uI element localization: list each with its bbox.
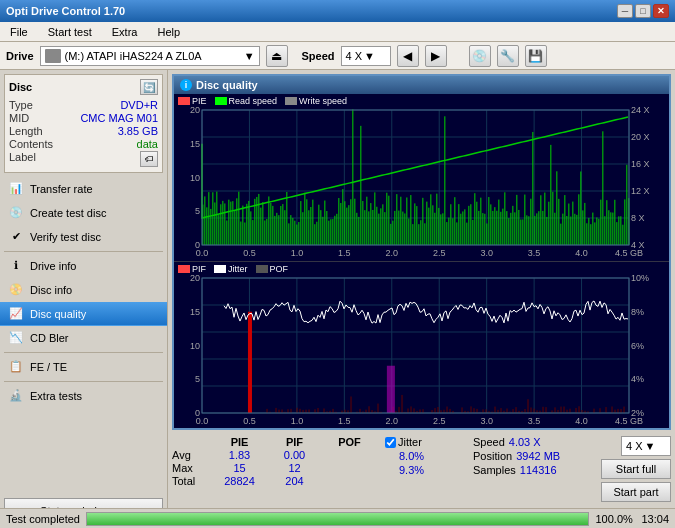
speed-select-row: 4 X ▼ bbox=[621, 436, 671, 456]
sidebar-item-disc-quality[interactable]: 📈 Disc quality bbox=[0, 302, 167, 326]
speed-result-label: Speed bbox=[473, 436, 505, 448]
disc-panel-header: Disc 🔄 bbox=[9, 79, 158, 95]
disc-quality-icon: 📈 bbox=[8, 306, 24, 322]
speed-arrow: ▼ bbox=[364, 50, 375, 62]
disc-type-value: DVD+R bbox=[120, 99, 158, 111]
legend-jitter-color bbox=[214, 265, 226, 273]
menu-bar: File Start test Extra Help bbox=[0, 22, 675, 42]
speed-result-value: 4.03 X bbox=[509, 436, 541, 448]
stats-max-pie: 15 bbox=[212, 462, 267, 474]
minimize-button[interactable]: ─ bbox=[617, 4, 633, 18]
menu-file[interactable]: File bbox=[4, 25, 34, 39]
disc-type-row: Type DVD+R bbox=[9, 99, 158, 111]
nav-section: 📊 Transfer rate 💿 Create test disc ✔ Ver… bbox=[0, 177, 167, 494]
stats-max-row: Max 15 12 bbox=[172, 462, 377, 474]
sidebar-item-verify-test-disc[interactable]: ✔ Verify test disc bbox=[0, 225, 167, 249]
menu-extra[interactable]: Extra bbox=[106, 25, 144, 39]
transfer-rate-label: Transfer rate bbox=[30, 183, 93, 195]
extra-tests-label: Extra tests bbox=[30, 390, 82, 402]
cd-bler-icon: 📉 bbox=[8, 330, 24, 346]
legend-pie-label: PIE bbox=[192, 96, 207, 106]
menu-help[interactable]: Help bbox=[151, 25, 186, 39]
save-button[interactable]: 💾 bbox=[525, 45, 547, 67]
stats-avg-pie: 1.83 bbox=[212, 449, 267, 461]
chart1-legend: PIE Read speed Write speed bbox=[178, 96, 347, 106]
sidebar-item-transfer-rate[interactable]: 📊 Transfer rate bbox=[0, 177, 167, 201]
nav-separator-3 bbox=[4, 381, 163, 382]
jitter-max: 9.3% bbox=[385, 464, 465, 476]
bottom-bar: Test completed 100.0% 13:04 bbox=[0, 508, 675, 528]
sidebar-item-disc-info[interactable]: 📀 Disc info bbox=[0, 278, 167, 302]
stats-max-pif: 12 bbox=[267, 462, 322, 474]
legend-readspeed-color bbox=[215, 97, 227, 105]
menu-start-test[interactable]: Start test bbox=[42, 25, 98, 39]
disc-contents-row: Contents data bbox=[9, 138, 158, 150]
test-speed-select[interactable]: 4 X ▼ bbox=[621, 436, 671, 456]
extra-tests-icon: 🔬 bbox=[8, 388, 24, 404]
stats-table: PIE PIF POF Avg 1.83 0.00 Max 15 12 bbox=[172, 436, 377, 487]
sidebar-item-drive-info[interactable]: ℹ Drive info bbox=[0, 254, 167, 278]
sidebar-item-extra-tests[interactable]: 🔬 Extra tests bbox=[0, 384, 167, 408]
create-test-disc-icon: 💿 bbox=[8, 205, 24, 221]
disc-mid-row: MID CMC MAG M01 bbox=[9, 112, 158, 124]
samples-row: Samples 114316 bbox=[473, 464, 593, 476]
jitter-max-value: 9.3% bbox=[399, 464, 424, 476]
legend-jitter-label: Jitter bbox=[228, 264, 248, 274]
verify-test-disc-icon: ✔ bbox=[8, 229, 24, 245]
content-area: i Disc quality PIE Read speed W bbox=[168, 70, 675, 528]
close-button[interactable]: ✕ bbox=[653, 4, 669, 18]
stats-area: PIE PIF POF Avg 1.83 0.00 Max 15 12 bbox=[172, 434, 671, 504]
maximize-button[interactable]: □ bbox=[635, 4, 651, 18]
drive-select[interactable]: (M:) ATAPI iHAS224 A ZL0A ▼ bbox=[40, 46, 260, 66]
transfer-rate-icon: 📊 bbox=[8, 181, 24, 197]
disc-button[interactable]: 💿 bbox=[469, 45, 491, 67]
sidebar-item-cd-bler[interactable]: 📉 CD Bler bbox=[0, 326, 167, 350]
jitter-header: Jitter bbox=[385, 436, 465, 448]
jitter-checkbox[interactable] bbox=[385, 437, 396, 448]
samples-value: 114316 bbox=[520, 464, 557, 476]
stats-header-pif: PIF bbox=[267, 436, 322, 448]
disc-label-icon: 🏷 bbox=[140, 151, 158, 167]
disc-info-label: Disc info bbox=[30, 284, 72, 296]
chart2-legend: PIF Jitter POF bbox=[178, 264, 288, 274]
disc-type-label: Type bbox=[9, 99, 33, 111]
jitter-avg-value: 8.0% bbox=[399, 450, 424, 462]
speed-results: Speed 4.03 X Position 3942 MB Samples 11… bbox=[473, 436, 593, 476]
quality-icon: i bbox=[180, 79, 192, 91]
disc-contents-label: Contents bbox=[9, 138, 53, 150]
back-button[interactable]: ◀ bbox=[397, 45, 419, 67]
settings-button[interactable]: 🔧 bbox=[497, 45, 519, 67]
legend-readspeed-label: Read speed bbox=[229, 96, 278, 106]
time-display: 13:04 bbox=[641, 513, 669, 525]
start-part-button[interactable]: Start part bbox=[601, 482, 671, 502]
speed-label: Speed bbox=[302, 50, 335, 62]
speed-select[interactable]: 4 X ▼ bbox=[341, 46, 391, 66]
chart2-canvas bbox=[174, 262, 669, 429]
window-controls: ─ □ ✕ bbox=[617, 4, 669, 18]
forward-button[interactable]: ▶ bbox=[425, 45, 447, 67]
start-full-button[interactable]: Start full bbox=[601, 459, 671, 479]
disc-contents-value: data bbox=[137, 138, 158, 150]
legend-pof: POF bbox=[256, 264, 289, 274]
disc-quality-label: Disc quality bbox=[30, 308, 86, 320]
eject-button[interactable]: ⏏ bbox=[266, 45, 288, 67]
stats-total-pie: 28824 bbox=[212, 475, 267, 487]
chart1-canvas bbox=[174, 94, 669, 261]
jitter-avg: 8.0% bbox=[385, 450, 465, 462]
fe-te-label: FE / TE bbox=[30, 361, 67, 373]
disc-refresh-button[interactable]: 🔄 bbox=[140, 79, 158, 95]
drive-bar: Drive (M:) ATAPI iHAS224 A ZL0A ▼ ⏏ Spee… bbox=[0, 42, 675, 70]
stats-avg-pif: 0.00 bbox=[267, 449, 322, 461]
status-text: Test completed bbox=[6, 513, 80, 525]
legend-pif: PIF bbox=[178, 264, 206, 274]
quality-title: Disc quality bbox=[196, 79, 258, 91]
legend-writespeed-label: Write speed bbox=[299, 96, 347, 106]
stats-total-pif: 204 bbox=[267, 475, 322, 487]
verify-test-disc-label: Verify test disc bbox=[30, 231, 101, 243]
sidebar-item-fe-te[interactable]: 📋 FE / TE bbox=[0, 355, 167, 379]
disc-info-icon: 📀 bbox=[8, 282, 24, 298]
legend-writespeed: Write speed bbox=[285, 96, 347, 106]
sidebar-item-create-test-disc[interactable]: 💿 Create test disc bbox=[0, 201, 167, 225]
drive-info-icon: ℹ bbox=[8, 258, 24, 274]
position-label: Position bbox=[473, 450, 512, 462]
